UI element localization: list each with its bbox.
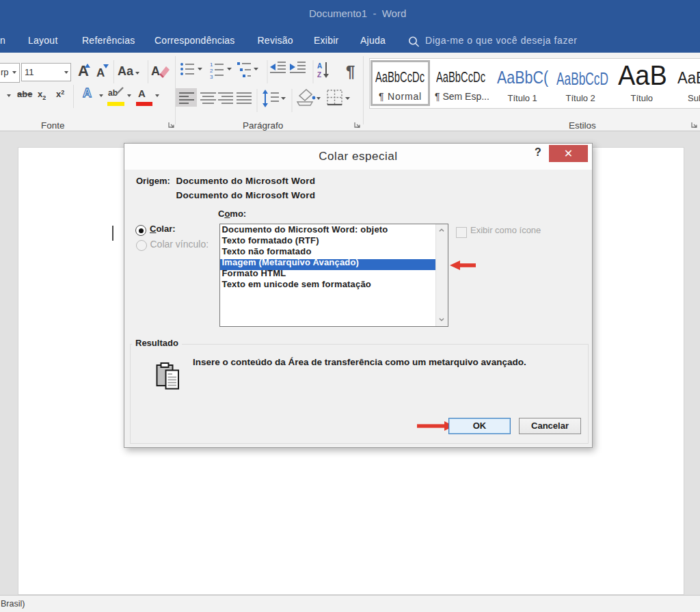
svg-text:A: A — [317, 62, 322, 70]
svg-text:1: 1 — [210, 62, 213, 68]
svg-text:¶: ¶ — [346, 62, 355, 81]
svg-text:Z: Z — [317, 71, 321, 79]
svg-text:2: 2 — [210, 68, 213, 74]
svg-text:3: 3 — [210, 74, 213, 80]
